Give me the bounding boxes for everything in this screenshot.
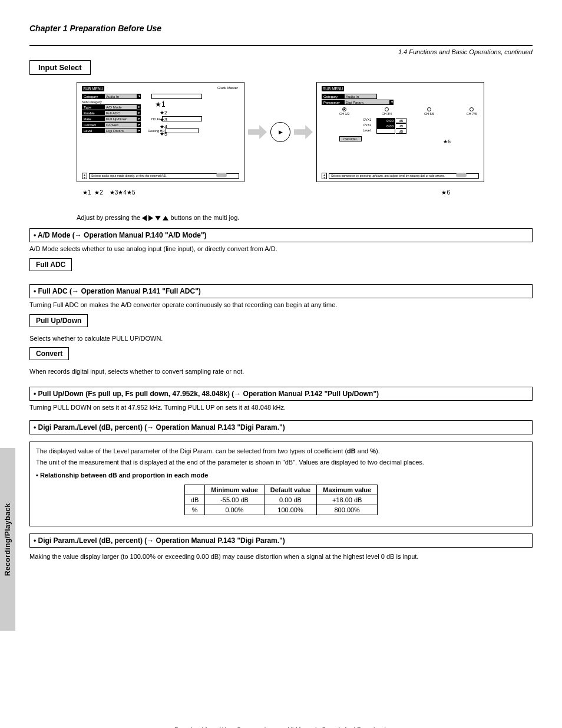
- table-cell: 100.00%: [264, 505, 316, 515]
- radio-ch12: CH 1/2: [339, 107, 349, 116]
- page: Chapter 1 Preparation Before Use 1.4 Fun…: [0, 0, 562, 728]
- pull-desc-1: Selects whether to calculate PULL UP/DOW…: [29, 334, 533, 343]
- up-arrow-icon: [163, 216, 168, 220]
- chevron-right-icon: ▸: [137, 110, 141, 116]
- star-legend-row: ★1 ★2 ★3★4★5 ★6: [82, 189, 533, 196]
- item-convert-label: Convert: [82, 122, 104, 127]
- left-arrow-icon: [142, 215, 147, 221]
- table-row: dB -55.00 dB 0.00 dB +18.00 dB: [184, 495, 377, 505]
- screen1-help: Clock Master: [217, 86, 238, 90]
- right-arrow-icon: [148, 215, 153, 221]
- s2-cat-value: Audio In: [344, 94, 377, 99]
- radio-ch78: CH 7/8: [467, 107, 477, 116]
- cvx-rows: CVX1 0.00 dB CVX2 0.00 dB Level dB: [363, 118, 479, 134]
- db-percent-table: Minimum value Default value Maximum valu…: [184, 485, 378, 515]
- item-rate-value: Pull Up/Down: [104, 116, 137, 121]
- table-header-cell: Minimum value: [205, 485, 264, 495]
- down-arrow-icon: [155, 216, 161, 220]
- readout-field-1: [151, 94, 202, 99]
- star-3: ★3: [160, 117, 167, 123]
- routing-field: [166, 128, 199, 133]
- table-cell: -55.00 dB: [205, 495, 264, 505]
- star-6: ★6: [443, 139, 451, 144]
- cancel-button[interactable]: CANCEL: [339, 136, 362, 141]
- screen-submenu-right: SUB MENU Category Audio In Parameter Dig…: [316, 82, 484, 182]
- item-convert-value: Convert: [104, 122, 137, 127]
- item-level-label: Level: [82, 128, 104, 133]
- category-label: Category: [82, 94, 104, 99]
- item-enable-label: Enable: [82, 110, 104, 116]
- spinner-icon: ▲▼: [322, 173, 327, 179]
- table-cell: dB: [184, 495, 204, 505]
- convert-desc: When records digital input, selects whet…: [29, 367, 533, 376]
- table-cell: 0.00%: [205, 505, 264, 515]
- table-cell: 0.00 dB: [264, 495, 316, 505]
- radio-icon: [427, 107, 431, 111]
- section-header: 1.4 Functions and Basic Operations, cont…: [29, 48, 533, 55]
- jog-dial-icon: [270, 122, 290, 142]
- cvx-row: CVX2 0.00 dB: [363, 123, 479, 129]
- ref-pullupdown: • Pull Up/Down (Fs pull up, Fs pull down…: [29, 387, 533, 401]
- item-enable-value: Full ADC: [104, 110, 137, 116]
- footer-text: Download from Www.Somanuals.com. All Man…: [29, 726, 533, 728]
- arrow-icons-group: [142, 214, 170, 221]
- star-legend-1: ★1: [82, 189, 91, 196]
- star-1: ★1: [155, 100, 166, 108]
- star-legend-6: ★6: [441, 189, 450, 196]
- radio-icon: [342, 107, 346, 111]
- screen1-title: SUB MENU: [82, 86, 104, 91]
- star-legend-3-5: ★3★4★5: [110, 189, 135, 196]
- table-header-row: Minimum value Default value Maximum valu…: [184, 485, 377, 495]
- fulladc-heading: Full ADC: [29, 258, 72, 271]
- star-2: ★2: [160, 110, 167, 116]
- input-select-box: Input Select: [29, 60, 91, 75]
- star-4: ★4: [160, 124, 167, 130]
- table-header-cell: Maximum value: [317, 485, 378, 495]
- screen1-hint: Selects audio input made directly, or th…: [89, 173, 239, 179]
- s2-cat-label: Category: [322, 94, 344, 99]
- spinner-icon: ▲▼: [82, 173, 87, 179]
- screens-row: SUB MENU Clock Master Category Audio In …: [77, 82, 533, 182]
- pullupdown-heading: Pull Up/Down: [29, 314, 88, 327]
- item-level-value: Digi Param.: [104, 128, 137, 133]
- ad-mode-desc: A/D Mode selects whether to use analog i…: [29, 245, 533, 253]
- dropdown-arrow-icon: ▾: [390, 100, 394, 105]
- table-title: • Relationship between dB and proportion…: [36, 472, 526, 479]
- dropdown-arrow-icon: ▾: [137, 94, 141, 99]
- ref-full-adc: • Full ADC (→ Operation Manual P.141 "Fu…: [29, 284, 533, 298]
- s2-param-label: Parameter: [322, 100, 344, 105]
- full-adc-desc: Turning Full ADC on makes the A/D conver…: [29, 301, 533, 309]
- table-cell: %: [184, 505, 204, 515]
- screen1-bottom-bar: ▲▼ Selects audio input made directly, or…: [82, 173, 239, 179]
- screen-submenu-left: SUB MENU Clock Master Category Audio In …: [77, 82, 244, 182]
- channel-radios: CH 1/2 CH 3/4 CH 5/6 CH 7/8: [339, 107, 477, 116]
- table-note: The unit of the measurement that is disp…: [36, 458, 526, 467]
- hdfs-field: [162, 116, 202, 121]
- cvx-row: CVX1 0.00 dB: [363, 118, 479, 123]
- table-row: % 0.00% 100.00% 800.00%: [184, 505, 377, 515]
- handle-icon: [456, 173, 467, 177]
- flow-arrow-icon: [248, 125, 267, 139]
- ref-digi-param-1: • Digi Param./Level (dB, percent) (→ Ope…: [29, 420, 533, 434]
- sidebar-tab: Recording/Playback: [0, 448, 15, 631]
- chevron-right-icon: ▸: [137, 128, 141, 133]
- ref-ad-mode: • A/D Mode (→ Operation Manual P.140 "A/…: [29, 228, 533, 242]
- chevron-right-icon: ▸: [137, 116, 141, 121]
- category-value: Audio In: [104, 94, 137, 99]
- radio-ch34: CH 3/4: [382, 107, 392, 116]
- flow-arrow-icon: [294, 125, 313, 139]
- ref-digi-param-2: • Digi Param./Level (dB, percent) (→ Ope…: [29, 533, 533, 548]
- table-header-cell: Default value: [264, 485, 316, 495]
- convert-heading: Convert: [29, 347, 69, 360]
- cvx-row: Level dB: [363, 129, 479, 134]
- screen2-bottom-bar: ▲▼ Selects parameter by pressing up/down…: [322, 173, 479, 179]
- level-desc: The displayed value of the Level paramet…: [36, 447, 526, 456]
- rule: [29, 45, 533, 46]
- pull-desc-2: Turning PULL DOWN on sets it at 47.952 k…: [29, 403, 533, 412]
- item-rate-label: Rate: [82, 116, 104, 121]
- table-header-cell: [184, 485, 204, 495]
- star-legend-2: ★2: [94, 189, 103, 196]
- radio-icon: [470, 107, 474, 111]
- final-note: Making the value display larger (to 100.…: [29, 552, 533, 561]
- radio-icon: [385, 107, 389, 111]
